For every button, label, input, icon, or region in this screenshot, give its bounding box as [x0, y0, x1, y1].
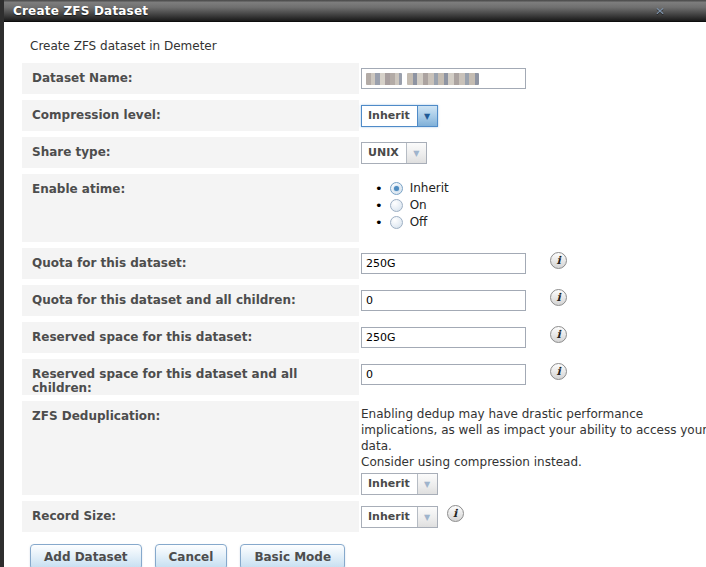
dialog-subtitle: Create ZFS dataset in Demeter	[30, 39, 688, 53]
dedup-label: ZFS Deduplication:	[22, 401, 359, 495]
dedup-selected-value: Inherit	[362, 474, 417, 494]
chevron-down-icon[interactable]: ▼	[417, 507, 437, 527]
share-type-selected-value: UNIX	[362, 143, 406, 163]
reserved-dataset-input[interactable]	[361, 327, 526, 348]
atime-option-off[interactable]: • Off	[375, 215, 449, 229]
atime-option-inherit[interactable]: • Inherit	[375, 181, 449, 195]
quota-dataset-label: Quota for this dataset:	[22, 248, 359, 279]
atime-radio-group: • Inherit • On • Off	[375, 181, 449, 232]
atime-option-on[interactable]: • On	[375, 198, 449, 212]
row-reserved-children: Reserved space for this dataset and all …	[22, 359, 688, 395]
row-dedup: ZFS Deduplication: Enabling dedup may ha…	[22, 401, 688, 495]
info-icon[interactable]: i	[550, 326, 567, 343]
bullet-icon: •	[375, 216, 383, 229]
enable-atime-label: Enable atime:	[22, 174, 359, 242]
dataset-name-label: Dataset Name:	[22, 63, 359, 94]
record-size-label: Record Size:	[22, 501, 359, 532]
share-type-select[interactable]: UNIX ▼	[361, 142, 427, 164]
row-share-type: Share type: UNIX ▼	[22, 137, 688, 168]
quota-children-input[interactable]	[361, 290, 526, 311]
quota-children-label: Quota for this dataset and all children:	[22, 285, 359, 316]
info-icon[interactable]: i	[550, 289, 567, 306]
radio-inherit-icon[interactable]	[390, 182, 403, 195]
dialog-content: Create ZFS dataset in Demeter Dataset Na…	[4, 39, 706, 567]
chevron-down-icon[interactable]: ▼	[417, 474, 437, 494]
info-icon[interactable]: i	[550, 252, 567, 269]
bullet-icon: •	[375, 182, 383, 195]
reserved-children-input[interactable]	[361, 364, 526, 385]
add-dataset-button[interactable]: Add Dataset	[30, 544, 142, 567]
compression-selected-value: Inherit	[362, 106, 417, 126]
row-quota-children: Quota for this dataset and all children:…	[22, 285, 688, 316]
dialog-title: Create ZFS Dataset	[13, 4, 148, 18]
info-icon[interactable]: i	[550, 363, 567, 380]
record-size-select[interactable]: Inherit ▼	[361, 506, 438, 528]
chevron-down-icon[interactable]: ▼	[406, 143, 426, 163]
dataset-name-input[interactable]	[361, 68, 526, 89]
zfs-dataset-form: Dataset Name: Compression level: Inherit…	[22, 63, 688, 532]
row-compression: Compression level: Inherit ▼	[22, 100, 688, 131]
radio-off-icon[interactable]	[390, 216, 403, 229]
bullet-icon: •	[375, 199, 383, 212]
row-dataset-name: Dataset Name:	[22, 63, 688, 94]
row-quota-dataset: Quota for this dataset: i	[22, 248, 688, 279]
dialog-footer: Add Dataset Cancel Basic Mode	[22, 538, 688, 567]
dedup-warning-text: Enabling dedup may have drastic performa…	[361, 406, 706, 470]
row-record-size: Record Size: Inherit ▼ i	[22, 501, 688, 532]
compression-select[interactable]: Inherit ▼	[361, 105, 438, 127]
cancel-button[interactable]: Cancel	[155, 544, 228, 567]
compression-label: Compression level:	[22, 100, 359, 131]
redacted-value	[366, 73, 402, 85]
close-icon[interactable]: ✕	[652, 4, 668, 17]
quota-dataset-input[interactable]	[361, 253, 526, 274]
reserved-children-label: Reserved space for this dataset and all …	[22, 359, 359, 395]
record-size-selected-value: Inherit	[362, 507, 417, 527]
dialog-titlebar[interactable]: Create ZFS Dataset ✕	[4, 0, 706, 22]
redacted-value	[407, 73, 479, 85]
dedup-select[interactable]: Inherit ▼	[361, 473, 438, 495]
basic-mode-button[interactable]: Basic Mode	[240, 544, 345, 567]
reserved-dataset-label: Reserved space for this dataset:	[22, 322, 359, 353]
row-reserved-dataset: Reserved space for this dataset: i	[22, 322, 688, 353]
info-icon[interactable]: i	[447, 505, 464, 522]
share-type-label: Share type:	[22, 137, 359, 168]
radio-on-icon[interactable]	[390, 199, 403, 212]
chevron-down-icon[interactable]: ▼	[417, 106, 437, 126]
create-zfs-dataset-dialog: Create ZFS Dataset ✕ Create ZFS dataset …	[0, 0, 706, 567]
row-enable-atime: Enable atime: • Inherit • On	[22, 174, 688, 242]
